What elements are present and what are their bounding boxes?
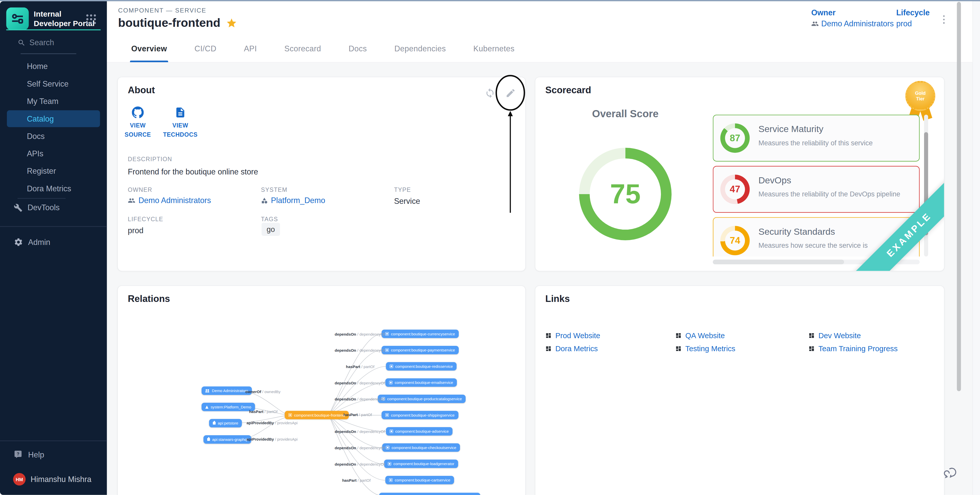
owner-field-label: OWNER: [128, 186, 152, 193]
relations-card: Relations Demo Administrators system:: [118, 286, 526, 495]
link-team-training-progress[interactable]: Team Training Progress: [808, 344, 897, 353]
sidebar-item-docs[interactable]: Docs: [27, 132, 45, 141]
user-menu[interactable]: HM Himanshu Mishra: [13, 473, 91, 485]
overall-score-donut: 75: [579, 148, 671, 240]
view-techdocs-button[interactable]: VIEW TECHDOCS: [161, 107, 199, 139]
relation-node-component[interactable]: component:boutique-loadgenerator: [384, 460, 458, 468]
system-field-value[interactable]: Platform_Demo: [261, 196, 325, 205]
relation-node-system[interactable]: system:Platform_Demo: [202, 403, 255, 411]
link-prod-website[interactable]: Prod Website: [546, 331, 600, 340]
relation-node-component[interactable]: component:boutique-productcatalogservice: [378, 395, 466, 403]
chat-icon[interactable]: [943, 465, 959, 481]
tab-scorecard[interactable]: Scorecard: [270, 35, 335, 62]
app-window: Internal Developer Portal Search Home Se…: [0, 0, 980, 495]
score-item-title: DevOps: [759, 175, 791, 185]
sidebar-item-devtools[interactable]: DevTools: [14, 203, 60, 212]
relation-node-component-clipped[interactable]: [379, 493, 480, 495]
sidebar-item-help[interactable]: ? Help: [14, 450, 44, 459]
tab-docs[interactable]: Docs: [335, 35, 381, 62]
link-qa-website[interactable]: QA Website: [675, 331, 725, 340]
relations-edges: [118, 286, 525, 495]
sidebar-item-my-team[interactable]: My Team: [27, 97, 58, 106]
relation-node-component[interactable]: component:boutique-adservice: [386, 427, 452, 436]
sidebar-divider: [18, 198, 65, 199]
link-dora-metrics[interactable]: Dora Metrics: [546, 344, 598, 353]
lifecycle-value: prod: [896, 20, 930, 28]
group-icon: [128, 197, 135, 204]
relation-node-component[interactable]: component:boutique-cartservice: [385, 476, 454, 484]
search-input[interactable]: Search: [18, 38, 54, 47]
sidebar-divider: [0, 226, 107, 227]
type-field-label: TYPE: [394, 186, 411, 193]
sidebar-accent-divider: [6, 29, 100, 30]
relation-node-component[interactable]: component:boutique-currencyservice: [382, 329, 459, 338]
wrench-icon: [14, 203, 22, 212]
star-icon[interactable]: [226, 18, 237, 29]
annotation-arrowhead: [508, 111, 513, 116]
edit-icon[interactable]: [505, 88, 516, 99]
tab-overview[interactable]: Overview: [118, 35, 181, 62]
score-item-title: Service Maturity: [759, 124, 823, 134]
sidebar-item-apis[interactable]: APIs: [27, 149, 43, 158]
relation-node-group[interactable]: Demo Administrators: [202, 387, 252, 395]
sidebar-item-self-service[interactable]: Self Service: [27, 79, 68, 88]
tab-cicd[interactable]: CI/CD: [181, 35, 230, 62]
page-scrollbar-thumb[interactable]: [957, 2, 961, 391]
scorecard-item-devops[interactable]: 47 DevOps Measures the reliability of th…: [713, 166, 920, 213]
relation-node-component[interactable]: component:boutique-shippingservice: [382, 411, 458, 419]
score-ring: 74: [720, 226, 749, 255]
view-source-button[interactable]: VIEW SOURCE: [122, 107, 153, 139]
scorecard-title: Scorecard: [546, 84, 592, 95]
relation-node-component[interactable]: component:boutique-emailservice: [385, 378, 457, 387]
tab-dependencies[interactable]: Dependencies: [381, 35, 460, 62]
relation-node-center[interactable]: component:boutique-frontend: [285, 411, 349, 419]
user-name: Himanshu Mishra: [31, 475, 91, 484]
score-ring: 87: [720, 123, 749, 153]
owner-field-value[interactable]: Demo Administrators: [128, 196, 211, 205]
logo-icon[interactable]: [6, 7, 29, 30]
edge-label: dependsOn / dependencyOf: [335, 332, 385, 336]
owner-value[interactable]: Demo Administrators: [811, 20, 894, 28]
relation-node-component[interactable]: component:boutique-paymentservice: [382, 346, 459, 354]
overall-score-label: Overall Score: [573, 108, 678, 119]
group-icon: [205, 389, 210, 392]
apps-grid-icon[interactable]: [86, 14, 96, 24]
tag-chip[interactable]: go: [262, 223, 280, 236]
tags-field-label: TAGS: [261, 216, 278, 223]
edge-label: hasPart / partOf: [346, 364, 374, 369]
edge-label: apiProvidedBy / providesApi: [247, 437, 298, 441]
sidebar-item-admin[interactable]: Admin: [14, 237, 50, 247]
edge-label: dependsOn / dependencyOf: [335, 462, 385, 466]
help-icon: ?: [14, 450, 23, 459]
lifecycle-label: Lifecycle: [896, 9, 930, 17]
tab-kubernetes[interactable]: Kubernetes: [460, 35, 528, 62]
sidebar-item-home[interactable]: Home: [27, 62, 48, 71]
sidebar-item-dora-metrics[interactable]: Dora Metrics: [27, 184, 71, 193]
relation-node-component[interactable]: component:boutique-redisservice: [386, 362, 457, 371]
about-title: About: [128, 84, 155, 95]
techdocs-icon: [175, 107, 186, 118]
kebab-menu-icon[interactable]: [938, 13, 950, 26]
dashboard-icon: [808, 345, 815, 352]
scorecard-item-service-maturity[interactable]: 87 Service Maturity Measures the reliabi…: [713, 115, 920, 161]
component-icon: [385, 349, 388, 352]
sidebar-item-register[interactable]: Register: [27, 166, 56, 176]
scorecard-card: Scorecard Gold Tier Overall Score 75 87 …: [535, 77, 944, 271]
component-icon: [390, 430, 393, 433]
system-icon: [205, 405, 208, 408]
relation-node-component[interactable]: component:boutique-checkoutservice: [382, 443, 460, 452]
score-item-title: Security Standards: [759, 226, 835, 237]
component-icon: [388, 462, 391, 465]
relation-node-api[interactable]: api:petstore: [209, 419, 242, 427]
edge-label: dependsOn / dependencyOf: [335, 446, 385, 450]
window-scrollbar-track[interactable]: [973, 1, 980, 495]
sidebar-item-catalog[interactable]: Catalog: [27, 114, 54, 123]
gear-icon: [14, 237, 23, 247]
link-testing-metrics[interactable]: Testing Metrics: [675, 344, 735, 353]
owner-label: Owner: [811, 9, 894, 17]
tab-api[interactable]: API: [230, 35, 270, 62]
refresh-icon[interactable]: [485, 88, 495, 99]
link-dev-website[interactable]: Dev Website: [808, 331, 861, 340]
relation-node-api[interactable]: api:starwars-graphql: [204, 435, 251, 444]
avatar: HM: [13, 473, 25, 485]
